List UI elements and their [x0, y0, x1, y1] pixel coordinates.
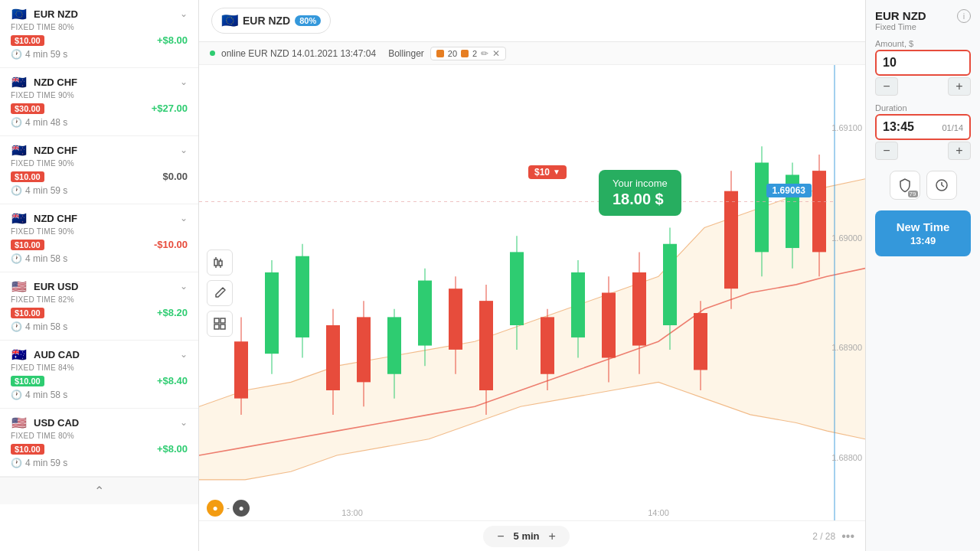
- price-pin-value: $10: [534, 167, 550, 178]
- loss-badge: $10.00: [11, 308, 44, 318]
- gain-amount: +$8.00: [157, 443, 188, 455]
- svg-rect-31: [663, 244, 677, 325]
- bollinger-chip[interactable]: 20 2 ✏ ✕: [430, 47, 506, 60]
- pair-name: EUR NZD: [34, 8, 78, 20]
- edit-icon[interactable]: ✏: [481, 48, 488, 59]
- fixed-time-label: FIXED TIME 84%: [11, 364, 74, 372]
- shield-toggle-button[interactable]: 79: [890, 171, 920, 200]
- pair-name: NZD CHF: [34, 213, 77, 224]
- timer-label: 4 min 58 s: [25, 390, 67, 400]
- list-item[interactable]: 🇳🇿 NZD CHF ⌄ FIXED TIME 90% $10.00 $0.00…: [0, 136, 198, 204]
- svg-rect-41: [812, 171, 826, 252]
- duration-decrease-button[interactable]: −: [875, 142, 898, 160]
- flag-icon: 🇪🇺: [11, 8, 28, 20]
- chart-area[interactable]: 1.69100 1.69000 1.68900 1.68800 1.69063 …: [199, 65, 865, 520]
- chart-svg: [199, 65, 865, 520]
- current-price-badge: 1.69063: [766, 184, 812, 197]
- chart-pair-name: EUR NZD: [243, 15, 290, 27]
- amount-field-box: 10: [875, 50, 971, 76]
- pair-name: USD CAD: [34, 417, 79, 429]
- svg-rect-29: [632, 272, 646, 346]
- timeframe-control[interactable]: − 5 min +: [483, 526, 570, 547]
- list-item[interactable]: 🇪🇺 EUR NZD ⌄ FIXED TIME 80% $10.00 +$8.0…: [0, 0, 198, 68]
- clock-toggle-button[interactable]: [926, 171, 957, 200]
- pair-chip[interactable]: 🇪🇺 EUR NZD 80%: [211, 8, 331, 34]
- loss-amount: -$10.00: [154, 239, 188, 250]
- chart-container: 🇪🇺 EUR NZD 80% online EUR NZD 14.01.2021…: [199, 0, 865, 551]
- clock-icon: 🕐: [11, 49, 22, 60]
- svg-rect-37: [755, 163, 769, 253]
- flag-icon: 🇳🇿: [11, 144, 28, 156]
- svg-rect-35: [724, 191, 738, 289]
- info-icon[interactable]: i: [957, 9, 971, 23]
- income-title: Your income: [612, 178, 668, 189]
- timeframe-increase-button[interactable]: +: [546, 530, 559, 543]
- amount-decrease-button[interactable]: −: [875, 77, 898, 96]
- clock-icon: 🕐: [11, 185, 22, 196]
- chevron-down-icon[interactable]: ⌄: [180, 145, 188, 155]
- loss-badge: $10.00: [11, 35, 44, 46]
- current-price-value: 1.69063: [773, 185, 805, 196]
- coins-indicator: ● - ●: [207, 500, 250, 517]
- svg-rect-51: [220, 318, 225, 323]
- duration-stepper-row: − +: [875, 142, 971, 160]
- pair-name: AUD CAD: [34, 349, 80, 360]
- timer-label: 4 min 59 s: [25, 185, 67, 196]
- chevron-down-icon[interactable]: ⌄: [180, 8, 188, 19]
- list-item[interactable]: 🇺🇸 USD CAD ⌄ FIXED TIME 80% $10.00 +$8.0…: [0, 409, 198, 477]
- boll-color-icon: [436, 50, 444, 57]
- svg-rect-7: [296, 256, 309, 337]
- more-options-button[interactable]: •••: [841, 530, 854, 543]
- timer-label: 4 min 59 s: [25, 49, 67, 60]
- shield-badge: 79: [908, 191, 918, 197]
- svg-rect-50: [214, 318, 219, 323]
- new-time-button[interactable]: New Time 13:49: [875, 210, 971, 256]
- list-item[interactable]: 🇦🇺 AUD CAD ⌄ FIXED TIME 84% $10.00 +$8.4…: [0, 341, 198, 409]
- flag-icon: 🇦🇺: [11, 348, 28, 360]
- list-item[interactable]: 🇺🇸 EUR USD ⌄ FIXED TIME 82% $10.00 +$8.2…: [0, 272, 198, 341]
- duration-date: 01/14: [942, 123, 963, 132]
- pen-tool-button[interactable]: [207, 280, 233, 306]
- new-time-label: New Time: [881, 220, 965, 235]
- duration-value[interactable]: 13:45: [883, 120, 914, 134]
- clock-icon: 🕐: [11, 458, 22, 468]
- loss-badge: $30.00: [11, 103, 44, 114]
- close-icon[interactable]: ✕: [492, 48, 500, 59]
- candles-tool-button[interactable]: [207, 249, 233, 276]
- chevron-down-icon[interactable]: ⌄: [180, 281, 188, 292]
- income-popup: Your income 18.00 $: [599, 170, 681, 216]
- amount-value[interactable]: 10: [883, 56, 963, 70]
- list-item[interactable]: 🇳🇿 NZD CHF ⌄ FIXED TIME 90% $10.00 -$10.…: [0, 204, 198, 272]
- panel-subtitle: Fixed Time: [875, 22, 926, 31]
- amount-stepper-row: − +: [875, 77, 971, 96]
- pair-flag-icon: 🇪🇺: [221, 12, 238, 29]
- duration-increase-button[interactable]: +: [948, 142, 971, 160]
- scroll-down-btn[interactable]: ⌃: [0, 477, 198, 504]
- flag-icon: 🇳🇿: [11, 212, 28, 224]
- chevron-down-icon[interactable]: ⌄: [180, 349, 188, 360]
- chevron-down-icon[interactable]: ⌄: [180, 417, 188, 428]
- svg-rect-21: [510, 252, 524, 325]
- chart-bottom-bar: − 5 min + 2 / 28 •••: [199, 520, 865, 551]
- nav-info: 2 / 28: [812, 531, 835, 542]
- loss-badge: $10.00: [11, 444, 44, 455]
- timeframe-decrease-button[interactable]: −: [494, 530, 507, 543]
- chevron-down-icon[interactable]: ⌄: [180, 77, 188, 87]
- list-item[interactable]: 🇳🇿 NZD CHF ⌄ FIXED TIME 90% $30.00 +$27.…: [0, 68, 198, 136]
- svg-rect-9: [326, 325, 340, 390]
- pct-badge: 80%: [295, 15, 321, 26]
- svg-rect-53: [220, 324, 225, 329]
- svg-rect-3: [234, 341, 248, 398]
- fixed-time-label: FIXED TIME 90%: [11, 227, 74, 236]
- panel-header: EUR NZD Fixed Time i: [875, 9, 971, 31]
- clock-icon: 🕐: [11, 117, 22, 128]
- amount-section: Amount, $ 10 − +: [875, 39, 971, 96]
- pair-name: EUR USD: [34, 281, 79, 292]
- svg-rect-5: [265, 272, 279, 354]
- grid-tool-button[interactable]: [207, 311, 233, 337]
- fixed-time-label: FIXED TIME 80%: [11, 23, 74, 31]
- income-amount: 18.00 $: [612, 191, 668, 208]
- chevron-down-icon[interactable]: ⌄: [180, 213, 188, 223]
- amount-increase-button[interactable]: +: [948, 77, 971, 96]
- chart-info-bar: online EUR NZD 14.01.2021 13:47:04 Bolli…: [199, 42, 865, 65]
